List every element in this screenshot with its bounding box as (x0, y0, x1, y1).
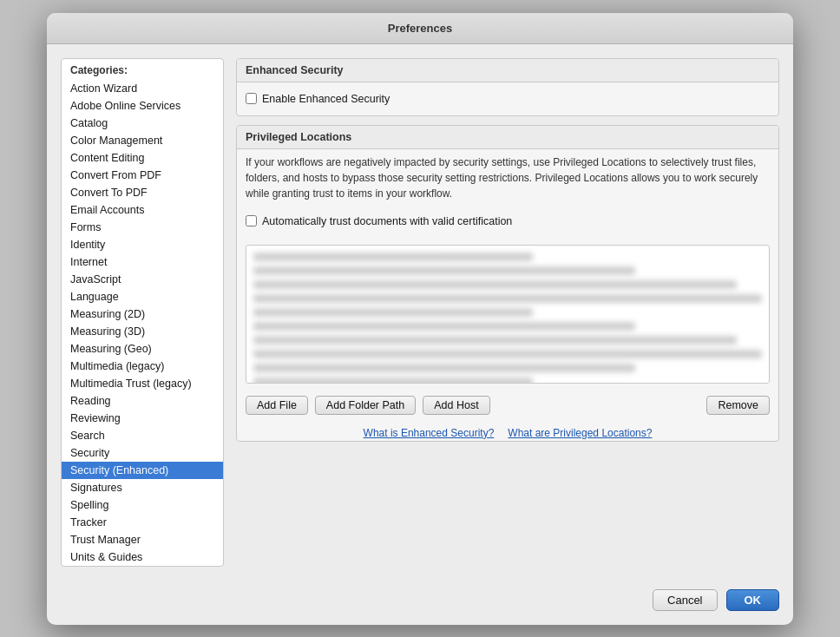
blur-line-9 (253, 364, 635, 372)
what-is-enhanced-security-link[interactable]: What is Enhanced Security? (364, 427, 495, 439)
blur-line-8 (253, 350, 762, 358)
sidebar-item-measuring-3d[interactable]: Measuring (3D) (62, 323, 223, 340)
remove-button[interactable]: Remove (706, 396, 770, 415)
window-title: Preferences (388, 22, 452, 35)
sidebar-item-trust-manager[interactable]: Trust Manager (62, 531, 223, 548)
privileged-locations-header: Privileged Locations (237, 126, 778, 149)
action-buttons-row: Add File Add Folder Path Add Host Remove (237, 391, 778, 424)
enhanced-security-section: Enhanced Security Enable Enhanced Securi… (236, 58, 779, 116)
sidebar-item-measuring-geo[interactable]: Measuring (Geo) (62, 340, 223, 358)
titlebar: Preferences (47, 13, 793, 44)
sidebar-item-email-accounts[interactable]: Email Accounts (62, 201, 223, 219)
sidebar-item-reviewing[interactable]: Reviewing (62, 410, 223, 427)
blur-line-7 (253, 336, 737, 345)
enhanced-security-body: Enable Enhanced Security (237, 82, 778, 115)
sidebar-item-adobe-online-services[interactable]: Adobe Online Services (62, 97, 223, 115)
blur-line-1 (253, 253, 533, 261)
sidebar-item-security-enhanced[interactable]: Security (Enhanced) (62, 462, 223, 479)
sidebar-item-multimedia-trust-legacy[interactable]: Multimedia Trust (legacy) (62, 375, 223, 392)
sidebar-item-content-editing[interactable]: Content Editing (62, 149, 223, 167)
enable-enhanced-security-row: Enable Enhanced Security (246, 89, 770, 108)
blur-line-6 (253, 322, 635, 331)
sidebar-item-signatures[interactable]: Signatures (62, 479, 223, 496)
what-are-privileged-locations-link[interactable]: What are Privileged Locations? (508, 427, 652, 439)
categories-label: Categories: (62, 59, 223, 80)
blurred-content (246, 246, 769, 384)
sidebar-item-language[interactable]: Language (62, 288, 223, 305)
sidebar-item-action-wizard[interactable]: Action Wizard (62, 80, 223, 97)
sidebar-item-color-management[interactable]: Color Management (62, 132, 223, 149)
cancel-button[interactable]: Cancel (653, 589, 717, 611)
sidebar-item-identity[interactable]: Identity (62, 236, 223, 253)
sidebar-item-javascript[interactable]: JavaScript (62, 271, 223, 288)
sidebar-item-measuring-2d[interactable]: Measuring (2D) (62, 305, 223, 323)
sidebar-item-convert-to-pdf[interactable]: Convert To PDF (62, 184, 223, 201)
sidebar-item-units-guides[interactable]: Units & Guides (62, 548, 223, 566)
links-row: What is Enhanced Security? What are Priv… (237, 424, 778, 441)
sidebar-item-convert-from-pdf[interactable]: Convert From PDF (62, 167, 223, 184)
auto-trust-row: Automatically trust documents with valid… (246, 212, 770, 231)
enhanced-security-header: Enhanced Security (237, 59, 778, 82)
sidebar-item-search[interactable]: Search (62, 427, 223, 444)
window-content: Categories: Action WizardAdobe Online Se… (47, 44, 793, 581)
add-file-button[interactable]: Add File (246, 396, 308, 415)
sidebar-item-reading[interactable]: Reading (62, 392, 223, 410)
sidebar-item-catalog[interactable]: Catalog (62, 115, 223, 132)
ok-button[interactable]: OK (726, 589, 780, 611)
enable-enhanced-security-label[interactable]: Enable Enhanced Security (262, 93, 390, 105)
blur-line-5 (253, 308, 533, 317)
sidebar-item-forms[interactable]: Forms (62, 219, 223, 236)
footer: Cancel OK (47, 581, 793, 625)
sidebar-item-multimedia-legacy[interactable]: Multimedia (legacy) (62, 358, 223, 375)
blur-line-3 (253, 280, 737, 289)
sidebar-item-spelling[interactable]: Spelling (62, 496, 223, 514)
sidebar-item-internet[interactable]: Internet (62, 253, 223, 271)
privileged-locations-section: Privileged Locations If your workflows a… (236, 125, 779, 442)
auto-trust-label[interactable]: Automatically trust documents with valid… (262, 215, 512, 227)
enable-enhanced-security-checkbox[interactable] (246, 93, 257, 104)
add-host-button[interactable]: Add Host (423, 396, 489, 415)
blur-line-2 (253, 266, 635, 275)
sidebar: Categories: Action WizardAdobe Online Se… (61, 58, 224, 567)
add-folder-path-button[interactable]: Add Folder Path (315, 396, 416, 415)
preferences-window: Preferences Categories: Action WizardAdo… (47, 13, 793, 625)
sidebar-item-security[interactable]: Security (62, 444, 223, 462)
blur-line-4 (253, 294, 762, 303)
main-panel: Enhanced Security Enable Enhanced Securi… (236, 58, 779, 567)
blur-line-10 (253, 378, 533, 384)
auto-trust-checkbox[interactable] (246, 215, 257, 227)
privileged-locations-description: If your workflows are negatively impacte… (237, 149, 778, 205)
privileged-locations-body: Automatically trust documents with valid… (237, 205, 778, 238)
privileged-locations-list[interactable] (246, 245, 770, 384)
sidebar-item-tracker[interactable]: Tracker (62, 514, 223, 531)
